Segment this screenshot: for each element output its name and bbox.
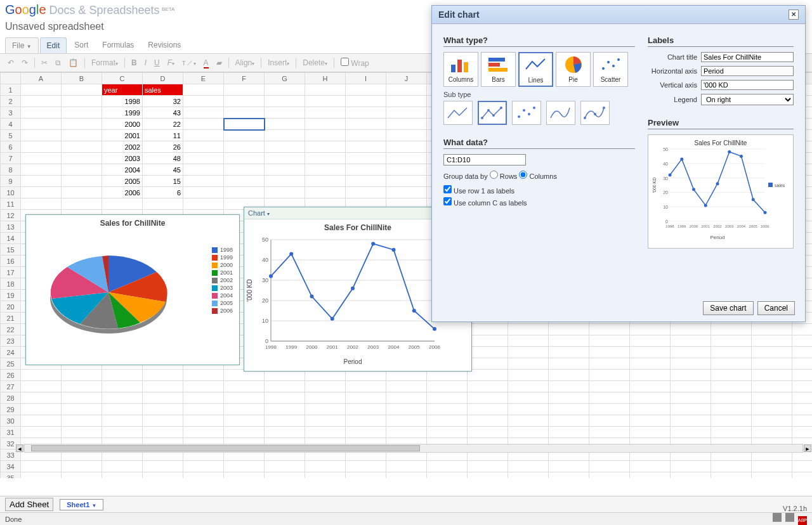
align-menu[interactable]: Align▾ <box>233 57 258 68</box>
beta-badge: BETA <box>162 6 174 12</box>
svg-text:2006: 2006 <box>761 224 769 228</box>
subtype-2[interactable] <box>478 101 507 125</box>
chart-title-input[interactable] <box>701 52 794 62</box>
svg-text:0: 0 <box>665 219 668 224</box>
sheet-tab-1[interactable]: Sheet1 ▼ <box>60 499 103 510</box>
svg-point-23 <box>412 309 416 313</box>
bold-button[interactable]: B <box>129 57 140 68</box>
chart-type-columns[interactable]: Columns <box>443 52 478 87</box>
svg-text:'000 KD: '000 KD <box>652 178 657 193</box>
vaxis-label: Vertical axis <box>648 81 697 89</box>
svg-text:'000 KD: '000 KD <box>246 279 253 301</box>
svg-text:1998: 1998 <box>665 224 674 228</box>
status-text: Done <box>5 515 22 523</box>
fill-color-icon[interactable]: ▰ <box>214 57 225 68</box>
cancel-button[interactable]: Cancel <box>757 301 795 315</box>
subtype-1[interactable] <box>443 101 473 125</box>
scroll-right-icon[interactable]: ► <box>804 444 811 452</box>
menu-edit[interactable]: Edit <box>40 37 67 53</box>
svg-text:Period: Period <box>344 358 362 365</box>
chart-type-lines[interactable]: Lines <box>518 52 553 87</box>
svg-text:20: 20 <box>663 190 668 195</box>
status-icon-1[interactable] <box>773 513 782 522</box>
paste-icon[interactable]: 📋 <box>66 57 81 68</box>
svg-text:10: 10 <box>262 318 268 324</box>
svg-point-16 <box>269 275 273 278</box>
svg-point-80 <box>752 198 755 201</box>
svg-text:2005: 2005 <box>409 344 420 350</box>
data-range-input[interactable] <box>443 154 526 165</box>
format-menu[interactable]: Format▾ <box>89 57 121 68</box>
radio-rows[interactable]: Rows <box>490 172 518 180</box>
svg-text:1999: 1999 <box>285 344 297 350</box>
chart-type-bars[interactable]: Bars <box>481 52 516 87</box>
delete-menu[interactable]: Delete▾ <box>300 57 330 68</box>
svg-point-54 <box>523 109 525 112</box>
edit-chart-dialog: Edit chart ✕ What type? Columns Bars Lin… <box>431 5 806 322</box>
legend-select[interactable]: On right <box>701 94 794 105</box>
svg-text:2002: 2002 <box>347 344 358 350</box>
scroll-left-icon[interactable]: ◄ <box>16 444 23 452</box>
copy-icon[interactable]: ⧉ <box>53 57 63 68</box>
svg-point-52 <box>500 107 502 109</box>
svg-point-21 <box>371 242 375 245</box>
abp-icon[interactable]: ABP <box>798 516 807 525</box>
add-sheet-button[interactable]: Add Sheet <box>5 498 53 511</box>
dialog-titlebar[interactable]: Edit chart ✕ <box>432 6 805 24</box>
subtype-5[interactable] <box>580 101 610 125</box>
insert-menu[interactable]: Insert▾ <box>265 57 292 68</box>
svg-rect-42 <box>488 63 500 67</box>
checkbox-row1-labels[interactable]: Use row 1 as labels <box>443 187 514 195</box>
scroll-thumb[interactable] <box>31 445 420 451</box>
svg-text:2004: 2004 <box>388 344 400 350</box>
chevron-down-icon: ▼ <box>91 503 96 509</box>
menu-file[interactable]: File ▼ <box>5 37 39 53</box>
underline-button[interactable]: U <box>152 57 162 68</box>
status-bar: Done ABP <box>0 512 812 525</box>
svg-point-19 <box>331 317 334 321</box>
undo-icon[interactable]: ↶ <box>5 57 16 68</box>
embedded-pie-chart[interactable]: Sales for ChillNite 19981999200020012002… <box>25 214 240 365</box>
svg-point-59 <box>603 107 605 109</box>
svg-point-45 <box>602 67 605 70</box>
checkbox-colC-labels[interactable]: Use column C as labels <box>443 199 527 207</box>
font-button[interactable]: F▾ <box>165 57 177 68</box>
menu-formulas[interactable]: Formulas <box>96 37 140 53</box>
version-label: V1.2.1h <box>783 505 807 512</box>
status-icons: ABP <box>771 513 807 525</box>
svg-point-81 <box>764 211 767 214</box>
svg-text:30: 30 <box>262 277 268 283</box>
subtype-4[interactable] <box>546 101 575 125</box>
save-chart-button[interactable]: Save chart <box>703 301 753 315</box>
svg-point-49 <box>481 117 483 119</box>
subtype-label: Sub type <box>443 91 635 98</box>
haxis-label: Horizontal axis <box>648 67 697 75</box>
dialog-title-text: Edit chart <box>438 10 480 20</box>
cut-icon[interactable]: ✂ <box>39 57 50 68</box>
vaxis-input[interactable] <box>701 80 794 90</box>
text-color-icon[interactable]: A <box>201 57 211 68</box>
sheet-tabs-bar: Add Sheet Sheet1 ▼ <box>0 496 812 512</box>
close-icon[interactable]: ✕ <box>789 10 799 20</box>
menu-sort[interactable]: Sort <box>68 37 95 53</box>
status-icon-2[interactable] <box>785 513 794 522</box>
redo-icon[interactable]: ↷ <box>19 57 30 68</box>
svg-text:40: 40 <box>262 257 268 263</box>
svg-text:50: 50 <box>262 237 268 243</box>
pie-chart-svg <box>39 229 178 356</box>
horizontal-scrollbar[interactable]: ◄ ► <box>24 444 803 453</box>
font-size-button[interactable]: т𝈺▾ <box>180 57 199 68</box>
columns-icon <box>445 54 476 75</box>
chart-type-pie[interactable]: Pie <box>556 52 591 87</box>
italic-button[interactable]: I <box>142 57 149 68</box>
svg-text:2006: 2006 <box>429 344 440 350</box>
wrap-checkbox[interactable]: Wrap <box>338 56 372 69</box>
svg-point-48 <box>617 58 620 61</box>
chart-type-scatter[interactable]: Scatter <box>593 52 628 87</box>
svg-rect-43 <box>488 68 508 72</box>
radio-columns[interactable]: Columns <box>519 172 556 180</box>
menu-revisions[interactable]: Revisions <box>141 37 187 53</box>
subtype-3[interactable] <box>512 101 541 125</box>
haxis-input[interactable] <box>701 66 794 76</box>
svg-text:2003: 2003 <box>725 224 734 228</box>
